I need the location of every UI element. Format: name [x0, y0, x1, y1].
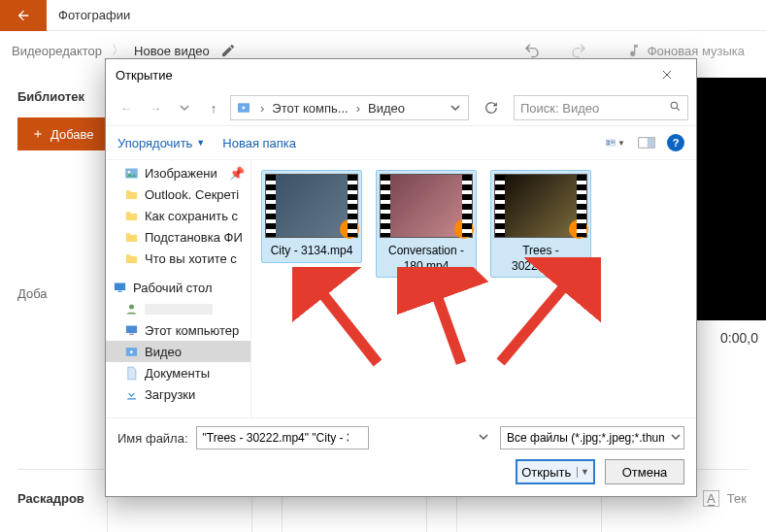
svg-rect-13	[117, 290, 121, 291]
tree-item-folder[interactable]: Outlook. Секреті	[106, 183, 250, 205]
tree-item-documents[interactable]: Документы	[106, 362, 250, 383]
documents-icon	[123, 365, 139, 381]
tree-item-video[interactable]: Видео	[106, 341, 250, 362]
storyboard-slot[interactable]	[107, 495, 252, 532]
storyboard-title: Раскадров	[17, 491, 84, 506]
add-button[interactable]: ＋ Добаве	[17, 117, 108, 150]
desktop-icon	[112, 280, 127, 295]
play-icon	[340, 219, 359, 239]
nav-up-button[interactable]: ↑	[201, 95, 226, 120]
nav-back-button[interactable]: ←	[114, 95, 139, 120]
file-open-dialog: Открытие ← → ↑ › Этот компь... › Видео П…	[105, 58, 697, 497]
redo-icon[interactable]	[570, 42, 587, 59]
view-mode-button[interactable]: ▼	[605, 134, 626, 151]
preview-pane-button[interactable]	[636, 134, 657, 151]
tree-label: Этот компьютер	[145, 323, 239, 338]
filetype-filter[interactable]	[500, 426, 684, 449]
breadcrumb[interactable]: Видеоредактор	[12, 44, 102, 58]
picture-icon	[123, 165, 139, 181]
search-placeholder: Поиск: Видео	[520, 101, 599, 116]
help-button[interactable]: ?	[667, 134, 684, 151]
add-button-label: Добаве	[50, 127, 94, 142]
plus-icon: ＋	[31, 125, 45, 143]
user-icon	[123, 301, 139, 316]
pc-icon	[123, 322, 139, 338]
tree-label	[145, 304, 213, 315]
tree-item-pc[interactable]: Этот компьютер	[106, 319, 250, 341]
tree-item-images[interactable]: Изображени📌	[106, 162, 250, 183]
filename-label: Имя файла:	[117, 431, 188, 446]
video-folder-icon	[235, 99, 252, 116]
svg-rect-15	[125, 325, 136, 333]
tree-label: Подстановка ФИ	[145, 230, 243, 245]
svg-rect-12	[114, 283, 124, 290]
search-icon	[669, 100, 682, 116]
new-folder-button[interactable]: Новая папка	[222, 136, 296, 150]
folder-icon	[123, 186, 139, 202]
text-a-icon: A̲	[703, 490, 719, 507]
download-icon	[123, 386, 139, 402]
tree-item-folder[interactable]: Что вы хотите с	[106, 248, 250, 269]
folder-icon	[123, 250, 139, 266]
dialog-title: Открытие	[116, 68, 173, 83]
text-tool[interactable]: A̲ Тек	[703, 490, 747, 507]
svg-point-14	[129, 304, 134, 309]
annotation-arrow-icon	[475, 257, 601, 374]
annotation-arrow-icon	[292, 267, 399, 374]
tree-label: Что вы хотите с	[145, 251, 237, 266]
svg-line-19	[312, 280, 378, 363]
cancel-button[interactable]: Отмена	[605, 459, 684, 484]
refresh-button[interactable]	[479, 101, 504, 115]
storyboard-slot[interactable]	[456, 495, 602, 532]
tree-label: Изображени	[145, 166, 217, 181]
arrow-left-icon	[16, 8, 31, 23]
tree-item-desktop[interactable]: Рабочий стол	[106, 277, 250, 298]
organize-menu[interactable]: Упорядочить ▼	[117, 136, 205, 150]
tree-item-folder[interactable]: Как сохранить с	[106, 205, 250, 226]
tree-item-folder[interactable]: Подстановка ФИ	[106, 226, 250, 248]
chevron-right-icon: ›	[352, 101, 364, 116]
back-button[interactable]	[0, 0, 47, 31]
filename-input[interactable]	[196, 426, 369, 449]
file-item[interactable]: City - 3134.mp4	[261, 170, 362, 263]
tree-label: Как сохранить с	[145, 209, 238, 223]
chevron-down-icon[interactable]	[671, 430, 681, 445]
svg-rect-6	[611, 142, 615, 143]
path-segment-folder[interactable]: Видео	[368, 101, 405, 116]
path-dropdown-button[interactable]	[447, 101, 464, 116]
storyboard-slot[interactable]	[282, 495, 427, 532]
chevron-right-icon: 〉	[112, 42, 124, 59]
app-title: Фотографии	[58, 8, 130, 22]
path-segment-pc[interactable]: Этот компь...	[272, 101, 348, 116]
address-bar[interactable]: › Этот компь... › Видео	[230, 95, 469, 120]
tree-item-downloads[interactable]: Загрузки	[106, 383, 250, 405]
close-button[interactable]	[648, 61, 686, 88]
file-list[interactable]: City - 3134.mp4 Conversation - 180.mp4 T…	[251, 160, 696, 417]
open-button-label: Открыть	[521, 465, 571, 480]
background-music-label: Фоновая музыка	[648, 44, 745, 58]
background-music-button[interactable]: Фоновая музыка	[626, 43, 745, 58]
chevron-right-icon: ›	[256, 101, 268, 116]
svg-rect-4	[607, 143, 610, 145]
svg-line-20	[431, 280, 461, 363]
video-thumbnail	[494, 174, 587, 238]
video-thumbnail	[265, 174, 358, 238]
svg-rect-9	[648, 138, 655, 149]
search-input[interactable]: Поиск: Видео	[514, 95, 688, 120]
pencil-icon[interactable]	[219, 42, 237, 59]
svg-line-21	[501, 274, 576, 362]
folder-icon	[123, 229, 139, 245]
svg-rect-18	[127, 398, 136, 399]
file-item[interactable]: Conversation - 180.mp4	[376, 170, 477, 278]
text-tool-label: Тек	[727, 491, 747, 506]
nav-recent-button[interactable]	[172, 95, 197, 120]
folder-tree[interactable]: Изображени📌 Outlook. Секреті Как сохрани…	[106, 160, 251, 417]
nav-forward-button[interactable]: →	[143, 95, 168, 120]
chevron-down-icon[interactable]	[479, 430, 488, 445]
project-name[interactable]: Новое видео	[134, 44, 210, 58]
tree-item-user[interactable]	[106, 298, 250, 319]
undo-icon[interactable]	[523, 42, 541, 59]
open-button[interactable]: Открыть│▼	[516, 459, 595, 484]
tree-label: Рабочий стол	[133, 281, 213, 295]
split-chevron-icon[interactable]: │▼	[575, 467, 589, 477]
